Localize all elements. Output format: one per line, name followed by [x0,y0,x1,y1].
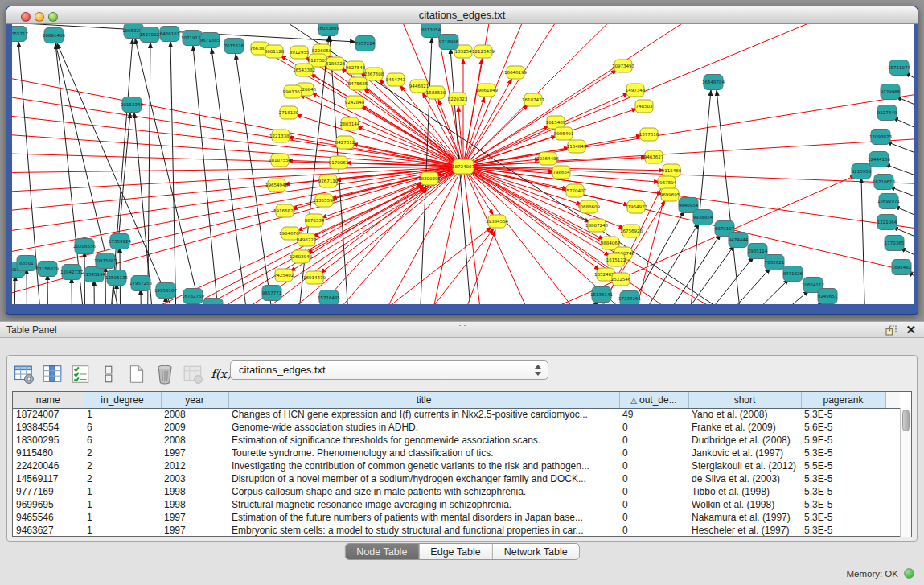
network-node[interactable]: 8471626 [783,266,803,282]
network-node[interactable]: 9938924 [693,210,713,225]
network-node[interactable]: 748503 [635,100,653,113]
network-node[interactable]: 9463627 [644,150,664,163]
network-node[interactable]: 12505135 [105,270,128,286]
table-cell[interactable]: 2003 [161,472,228,485]
network-node[interactable]: 19166827 [273,204,296,217]
table-cell[interactable]: de Silva et al. (2003) [688,472,801,485]
network-node[interactable]: 14055717 [12,27,28,42]
network-node[interactable]: 1527002 [140,27,160,43]
network-node[interactable]: 16914479 [303,271,326,284]
table-cell[interactable]: 0 [619,524,688,537]
column-header-title[interactable]: title [228,392,619,408]
network-node[interactable]: 12603948 [290,250,312,263]
table-cell[interactable]: Estimation of the future numbers of pati… [228,511,619,524]
table-cell[interactable]: Corpus callosum shape and size in male p… [228,485,619,498]
table-cell[interactable]: 5.3E-5 [801,485,885,498]
column-header-year[interactable]: year [161,392,228,408]
network-node[interactable]: 9115460 [662,164,682,177]
table-cell[interactable]: 6 [84,421,161,434]
delete-table-icon[interactable] [154,364,175,385]
table-scrollbar-thumb[interactable] [902,410,910,431]
network-node[interactable]: 9857771 [262,286,282,301]
table-cell[interactable]: 5.3E-5 [801,447,885,459]
network-node[interactable]: 8427512 [335,136,355,149]
network-node[interactable]: 8498222 [297,233,317,246]
network-node[interactable]: 15751074 [888,60,910,76]
network-node[interactable]: 2935114 [748,244,768,259]
table-cell[interactable]: 2012 [161,459,228,472]
network-node[interactable]: 9129966 [881,84,901,100]
table-cell[interactable]: 0 [619,485,688,498]
table-cell[interactable]: 5.3E-5 [801,472,885,485]
splitter-handle[interactable] [457,323,468,328]
network-node[interactable]: 12042737 [60,265,83,280]
column-header-name[interactable]: name [13,392,84,408]
table-cell[interactable]: 1998 [161,498,228,511]
table-cell[interactable]: 5.9E-5 [801,434,885,447]
network-node[interactable]: 1615122 [606,253,626,266]
table-cell[interactable]: 0 [619,434,688,447]
network-node[interactable]: 16782759 [182,289,204,304]
table-row[interactable]: 1938455462009Genome-wide association stu… [13,421,900,434]
select-columns-icon[interactable] [42,364,63,385]
network-node[interactable]: 10973493 [612,60,634,72]
network-node[interactable]: 2522546 [611,273,631,286]
table-cell[interactable]: 18300295 [13,434,84,447]
network-node[interactable]: 8601128 [265,45,285,58]
table-cell[interactable]: Franke et al. (2009) [688,421,801,434]
network-node[interactable]: 20891406 [43,28,65,43]
network-node[interactable]: 7357224 [355,36,376,51]
table-row[interactable]: 946554611997Estimation of the future num… [13,511,900,524]
table-cell[interactable]: 1 [84,485,161,498]
tab-network-table[interactable]: Network Table [492,544,579,559]
network-node[interactable]: 15692971 [877,194,900,209]
table-cell[interactable]: Changes of HCN gene expression and I(f) … [228,408,619,421]
network-node[interactable]: 9957594 [657,176,677,189]
table-cell[interactable]: 9699695 [13,498,84,511]
network-node[interactable]: 20153346 [121,97,143,113]
table-scrollbar[interactable] [900,408,911,537]
column-header-short[interactable]: short [688,392,801,408]
network-node[interactable]: 16646199 [504,66,527,79]
network-node[interactable]: 19654948 [265,179,288,192]
table-cell[interactable]: Tourette syndrome. Phenomenology and cla… [228,447,619,459]
column-header-in_degree[interactable]: in_degree [84,392,161,408]
table-cell[interactable]: 9463627 [13,524,84,537]
network-node[interactable]: 11156829 [36,262,59,277]
network-node[interactable]: 12444158 [868,152,890,167]
table-cell[interactable]: 2008 [161,408,228,421]
network-node[interactable]: 9267110 [318,175,339,187]
network-node[interactable]: 15716485 [318,290,340,305]
network-node[interactable]: 12923448 [202,299,224,305]
network-node[interactable]: 798654 [552,166,570,179]
table-settings-icon[interactable] [14,364,35,385]
network-node[interactable]: 1695482 [892,260,912,275]
table-cell[interactable]: 5.3E-5 [801,511,885,524]
table-cell[interactable]: 14569117 [13,472,84,485]
network-node[interactable]: 16033809 [317,24,339,36]
network-canvas[interactable]: 1872400776638228601128891295582260588127… [12,24,914,304]
table-cell[interactable]: Yano et al. (2008) [688,408,801,421]
float-panel-icon[interactable] [885,325,897,336]
table-row[interactable]: 969969511998Structural magnetic resonanc… [13,498,900,511]
network-node[interactable]: 8475685 [348,77,368,90]
network-node[interactable]: 6466161 [160,27,180,42]
table-cell[interactable]: 0 [619,472,688,485]
network-node[interactable]: 19384554 [486,215,508,228]
network-node[interactable]: 18807243 [585,219,608,232]
network-node[interactable]: 17964923 [625,200,647,213]
table-cell[interactable]: Genome-wide association studies in ADHD. [228,421,619,434]
table-cell[interactable]: 2008 [161,434,228,447]
table-row[interactable]: 1872400712008Changes of HCN gene express… [13,408,900,421]
table-cell[interactable]: 0 [619,498,688,511]
table-row[interactable]: 977716911998Corpus callosum shape and si… [13,485,900,498]
table-cell[interactable]: 18724007 [13,408,84,421]
network-node[interactable]: 18724007 [452,159,474,174]
network-node[interactable]: 20364486 [536,152,559,165]
table-cell[interactable]: 19384554 [13,421,84,434]
network-view-window[interactable]: citations_edges.txt 18724007766382286011… [6,6,918,315]
network-node[interactable]: 17334261 [618,291,641,305]
network-node[interactable]: 9446821 [409,80,429,93]
network-node[interactable]: 2803144 [340,117,360,130]
network-node[interactable]: 11355594 [313,194,335,207]
